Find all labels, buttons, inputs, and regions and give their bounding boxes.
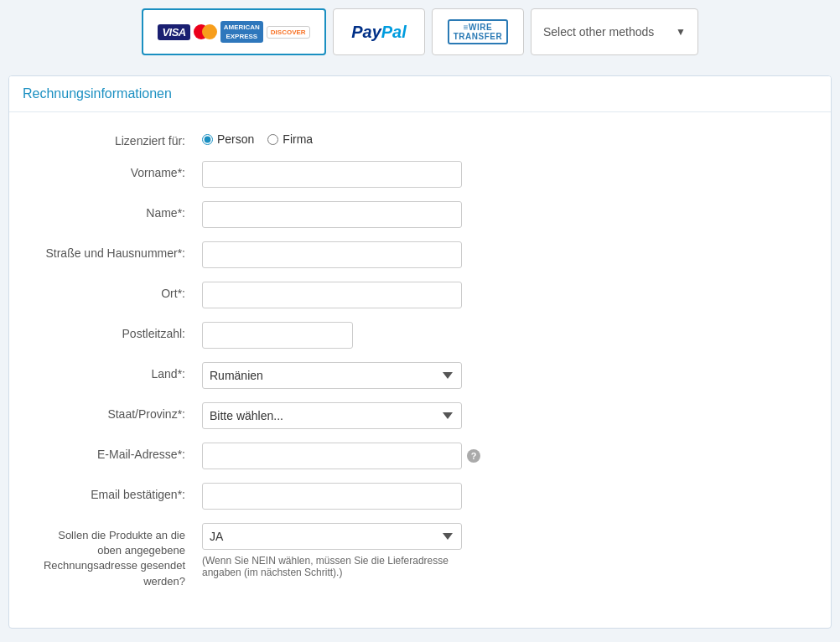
confirm-email-row: Email bestätigen*:: [34, 483, 806, 510]
delivery-select[interactable]: JA: [202, 523, 462, 550]
firstname-label: Vorname*:: [34, 161, 202, 179]
country-select[interactable]: Rumänien: [202, 362, 462, 389]
postal-field: [202, 322, 806, 349]
discover-icon: DISCOVER: [267, 26, 310, 39]
page-wrapper: VISA AMERICANEXPRESS DISCOVER PayPal ≡WI…: [0, 0, 840, 637]
country-row: Land*: Rumänien: [34, 362, 806, 389]
billing-form: Lizenziert für: Person Firma: [9, 112, 831, 628]
firstname-input[interactable]: [202, 161, 462, 188]
billing-section-title: Rechnungsinformationen: [23, 86, 817, 101]
select-other-label: Select other methods: [543, 25, 654, 39]
confirm-email-field: [202, 483, 806, 510]
name-row: Name*:: [34, 201, 806, 228]
postal-row: Postleitzahl:: [34, 322, 806, 349]
city-field: [202, 282, 806, 308]
delivery-field: JA (Wenn Sie NEIN wählen, müssen Sie die…: [202, 523, 806, 578]
country-field: Rumänien: [202, 362, 806, 389]
delivery-label: Sollen die Produkte an die oben angegebe…: [34, 523, 202, 589]
payment-wire-button[interactable]: ≡WIRETRANSFER: [432, 8, 524, 55]
amex-icon: AMERICANEXPRESS: [220, 21, 263, 43]
payment-methods-row: VISA AMERICANEXPRESS DISCOVER PayPal ≡WI…: [8, 8, 832, 55]
licensed-label: Lizenziert für:: [34, 129, 202, 148]
paypal-logo: PayPal: [351, 23, 407, 42]
licensed-row: Lizenziert für: Person Firma: [34, 129, 806, 148]
email-label: E-Mail-Adresse*:: [34, 443, 202, 461]
street-label: Straße und Hausnummer*:: [34, 241, 202, 260]
firma-option[interactable]: Firma: [267, 132, 313, 146]
payment-other-button[interactable]: Select other methods ▼: [531, 8, 698, 55]
mastercard-icon: [194, 24, 217, 39]
email-input[interactable]: [202, 443, 462, 469]
city-row: Ort*:: [34, 282, 806, 308]
person-option[interactable]: Person: [202, 132, 254, 146]
payment-cards-button[interactable]: VISA AMERICANEXPRESS DISCOVER: [142, 8, 326, 55]
email-info-icon[interactable]: ?: [467, 449, 480, 463]
payment-paypal-button[interactable]: PayPal: [333, 8, 425, 55]
confirm-email-label: Email bestätigen*:: [34, 483, 202, 501]
person-label: Person: [217, 132, 254, 146]
chevron-down-icon: ▼: [676, 26, 686, 38]
selected-payment-arrow: [8, 65, 832, 75]
delivery-label-text: Sollen die Produkte an die oben angegebe…: [44, 529, 185, 588]
person-radio[interactable]: [202, 134, 213, 145]
name-label: Name*:: [34, 201, 202, 220]
billing-header: Rechnungsinformationen: [9, 76, 831, 112]
wire-logo: ≡WIRETRANSFER: [448, 19, 508, 44]
firstname-field: [202, 161, 806, 188]
city-label: Ort*:: [34, 282, 202, 300]
country-label: Land*:: [34, 362, 202, 381]
city-input[interactable]: [202, 282, 462, 308]
card-logos: VISA AMERICANEXPRESS DISCOVER: [158, 21, 309, 43]
name-field: [202, 201, 806, 228]
firma-radio[interactable]: [267, 134, 278, 145]
confirm-email-input[interactable]: [202, 483, 462, 510]
state-label: Staat/Provinz*:: [34, 402, 202, 421]
state-field: Bitte wählen...: [202, 402, 806, 429]
delivery-row: Sollen die Produkte an die oben angegebe…: [34, 523, 806, 589]
licensed-field: Person Firma: [202, 129, 806, 146]
state-select[interactable]: Bitte wählen...: [202, 402, 462, 429]
email-field: ?: [202, 443, 806, 469]
state-row: Staat/Provinz*: Bitte wählen...: [34, 402, 806, 429]
street-row: Straße und Hausnummer*:: [34, 241, 806, 268]
billing-container: Rechnungsinformationen Lizenziert für: P…: [8, 75, 832, 629]
street-field: [202, 241, 806, 268]
postal-label: Postleitzahl:: [34, 322, 202, 340]
visa-icon: VISA: [158, 24, 189, 40]
firma-label: Firma: [283, 132, 313, 146]
licensed-radio-group: Person Firma: [202, 129, 806, 146]
street-input[interactable]: [202, 241, 462, 268]
postal-input[interactable]: [202, 322, 353, 349]
email-input-group: ?: [202, 443, 806, 469]
email-row: E-Mail-Adresse*: ?: [34, 443, 806, 469]
name-input[interactable]: [202, 201, 462, 228]
firstname-row: Vorname*:: [34, 161, 806, 188]
delivery-helper-text: (Wenn Sie NEIN wählen, müssen Sie die Li…: [202, 555, 462, 578]
